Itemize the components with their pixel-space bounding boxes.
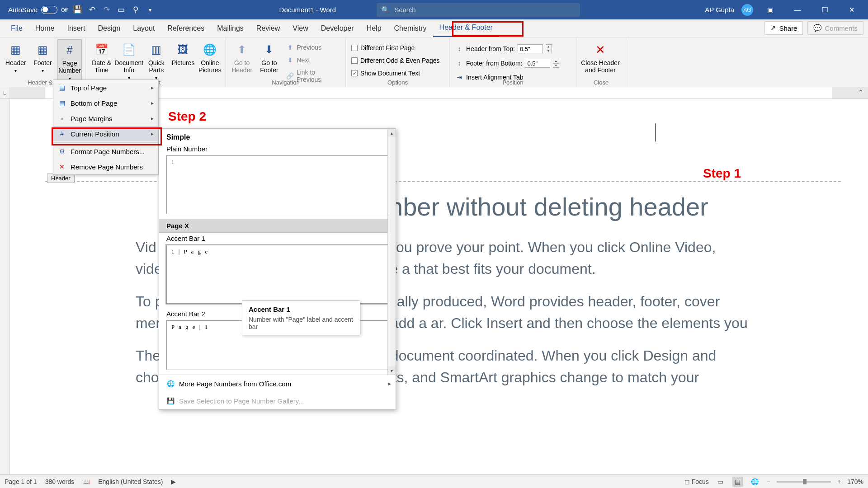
minimize-icon[interactable]: — xyxy=(788,0,807,19)
header-from-top-field[interactable]: ↕Header from Top:0.5"▴▾ xyxy=(453,43,572,55)
tab-layout[interactable]: Layout xyxy=(127,19,161,37)
zoom-level[interactable]: 170% xyxy=(847,478,863,485)
page-number-icon: # xyxy=(62,42,77,58)
dropdown-item-format-page-numbers[interactable]: ⚙Format Page Numbers... xyxy=(53,144,158,159)
tab-developer[interactable]: Developer xyxy=(315,19,360,37)
goto-footer-button[interactable]: ⬇Go to Footer xyxy=(257,39,281,84)
ribbon-display-icon[interactable]: ▣ xyxy=(760,0,780,19)
pictures-icon: 🖼 xyxy=(175,42,191,57)
ribbon-tabs: File Home Insert Design Layout Reference… xyxy=(0,19,868,38)
save-selection-button: 💾Save Selection to Page Number Gallery..… xyxy=(159,392,396,409)
document-heading: nber without deleting header xyxy=(389,191,750,223)
customize-icon[interactable]: ▾ xyxy=(146,5,155,14)
dropdown-item-page-margins[interactable]: ▫Page Margins▸ xyxy=(53,111,158,126)
different-odd-even-checkbox[interactable]: Different Odd & Even Pages xyxy=(349,56,446,66)
save-icon[interactable]: 💾 xyxy=(73,5,82,14)
page-number-button[interactable]: #Page Number▾ xyxy=(57,39,82,81)
tab-file[interactable]: File xyxy=(5,19,29,37)
page-number-gallery: ▴ ▾ Simple Plain Number 1 Page X Accent … xyxy=(159,128,396,410)
comments-icon: 💬 xyxy=(813,24,822,32)
avatar[interactable]: AG xyxy=(741,4,753,16)
zoom-slider[interactable] xyxy=(777,481,831,483)
page-bottom-icon: ▤ xyxy=(58,99,66,107)
user-name[interactable]: AP Gupta xyxy=(705,6,734,14)
zoom-in-button[interactable]: + xyxy=(837,478,841,485)
focus-mode-button[interactable]: ◻ Focus xyxy=(684,478,709,485)
tab-home[interactable]: Home xyxy=(29,19,61,37)
share-button[interactable]: ↗Share xyxy=(764,21,803,35)
chevron-right-icon: ▸ xyxy=(151,84,154,91)
print-layout-icon[interactable]: ▤ xyxy=(732,477,743,487)
gallery-item-label: Accent Bar 1 xyxy=(159,233,396,245)
tab-insert[interactable]: Insert xyxy=(61,19,91,37)
tab-mailings[interactable]: Mailings xyxy=(211,19,250,37)
collapse-ribbon-icon[interactable]: ⌃ xyxy=(858,89,863,96)
scrollbar[interactable]: ▴ ▾ xyxy=(387,129,396,375)
document-info-button[interactable]: 📄Document Info▾ xyxy=(116,39,142,80)
status-proofing-icon[interactable]: 📖 xyxy=(82,478,90,485)
touch-icon[interactable]: ▭ xyxy=(117,5,126,14)
previous-icon: ⬆ xyxy=(286,43,294,52)
read-mode-icon[interactable]: ▭ xyxy=(715,477,726,487)
footer-icon: ▦ xyxy=(35,42,50,57)
close-window-icon[interactable]: ✕ xyxy=(842,0,862,19)
previous-button[interactable]: ⬆Previous xyxy=(284,42,342,53)
pictures-button[interactable]: 🖼Pictures xyxy=(171,39,195,80)
close-header-footer-button[interactable]: ✕Close Header and Footer xyxy=(580,39,621,74)
gallery-item-accent-bar-1[interactable]: 1 | P a g e xyxy=(166,245,388,304)
web-layout-icon[interactable]: 🌐 xyxy=(750,477,760,487)
remove-icon: ✕ xyxy=(58,163,66,171)
goto-footer-icon: ⬇ xyxy=(261,42,277,57)
restore-icon[interactable]: ❐ xyxy=(815,0,835,19)
tab-help[interactable]: Help xyxy=(360,19,388,37)
autosave-toggle[interactable]: AutoSave Off xyxy=(8,6,68,14)
scroll-down-icon[interactable]: ▾ xyxy=(388,366,396,375)
tab-review[interactable]: Review xyxy=(250,19,286,37)
dropdown-item-remove-page-numbers[interactable]: ✕Remove Page Numbers xyxy=(53,159,158,174)
dropdown-item-current-position[interactable]: #Current Position▸ xyxy=(53,126,158,141)
zoom-out-button[interactable]: − xyxy=(767,478,770,485)
date-time-button[interactable]: 📅Date & Time xyxy=(90,39,113,80)
group-label: Navigation xyxy=(226,79,345,86)
tab-view[interactable]: View xyxy=(286,19,314,37)
header-button[interactable]: ▦Header▾ xyxy=(4,39,28,81)
status-words[interactable]: 380 words xyxy=(45,478,75,485)
dropdown-item-top-of-page[interactable]: ▤Top of Page▸ xyxy=(53,80,158,95)
online-pictures-button[interactable]: 🌐Online Pictures xyxy=(198,39,222,80)
quick-parts-button[interactable]: ▥Quick Parts▾ xyxy=(144,39,168,80)
tooltip-body: Number with "Page" label and accent bar xyxy=(249,316,354,330)
search-box[interactable]: 🔍 Search xyxy=(377,3,580,17)
gallery-item-plain-number[interactable]: 1 xyxy=(166,155,388,214)
scroll-up-icon[interactable]: ▴ xyxy=(388,129,396,137)
status-macro-icon[interactable]: ▶ xyxy=(171,478,176,485)
next-button[interactable]: ⬇Next xyxy=(284,55,342,66)
different-first-checkbox[interactable]: Different First Page xyxy=(349,43,446,53)
tab-design[interactable]: Design xyxy=(91,19,127,37)
current-position-icon: # xyxy=(58,130,66,138)
calendar-icon: 📅 xyxy=(94,42,109,57)
footer-button[interactable]: ▦Footer▾ xyxy=(31,39,55,81)
gallery-category: Simple xyxy=(159,129,396,143)
tab-chemistry[interactable]: Chemistry xyxy=(388,19,433,37)
vertical-ruler[interactable] xyxy=(0,99,10,474)
close-icon: ✕ xyxy=(593,42,608,57)
chevron-right-icon: ▸ xyxy=(151,115,154,122)
chevron-right-icon: ▸ xyxy=(151,100,154,106)
share-quick-icon[interactable]: ⚲ xyxy=(131,5,140,14)
header-top-icon: ↕ xyxy=(455,45,463,53)
status-language[interactable]: English (United States) xyxy=(98,478,163,485)
dropdown-item-bottom-of-page[interactable]: ▤Bottom of Page▸ xyxy=(53,95,158,111)
goto-header-button[interactable]: ⬆Go to Header xyxy=(230,39,254,84)
comments-button[interactable]: 💬Comments xyxy=(807,21,863,35)
footer-from-bottom-field[interactable]: ↕Footer from Bottom:0.5"▴▾ xyxy=(453,57,572,69)
header-tag: Header xyxy=(47,174,75,183)
tab-header-footer[interactable]: Header & Footer xyxy=(433,19,499,37)
more-page-numbers-button[interactable]: 🌐More Page Numbers from Office.com▸ xyxy=(159,375,396,392)
undo-icon[interactable]: ↶ xyxy=(88,5,97,14)
redo-icon[interactable]: ↷ xyxy=(102,5,111,14)
show-document-text-checkbox[interactable]: ✓Show Document Text xyxy=(349,68,446,78)
status-bar: Page 1 of 1 380 words 📖 English (United … xyxy=(0,474,868,488)
status-page[interactable]: Page 1 of 1 xyxy=(5,478,37,485)
tab-selector[interactable]: L xyxy=(0,87,9,99)
tab-references[interactable]: References xyxy=(161,19,211,37)
